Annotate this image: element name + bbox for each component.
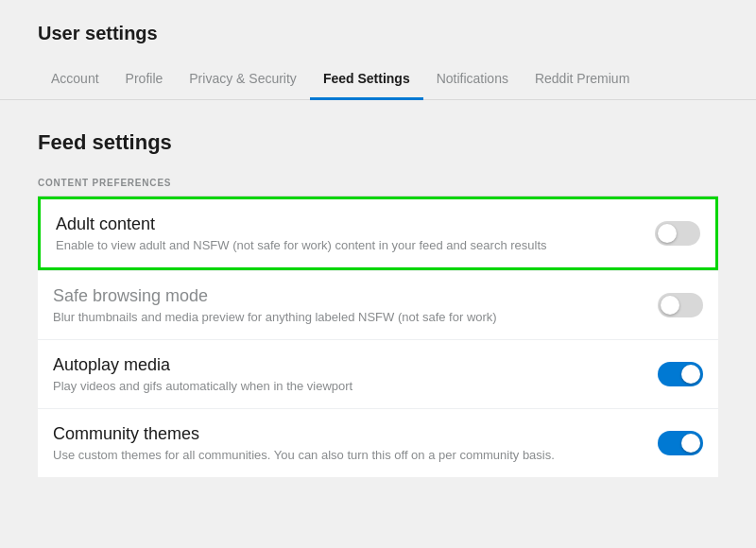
toggle-community-themes[interactable] [658, 431, 703, 455]
item-title-safe-browsing: Safe browsing mode [53, 286, 639, 306]
item-text-autoplay-media: Autoplay mediaPlay videos and gifs autom… [53, 355, 658, 393]
settings-group: Adult contentEnable to view adult and NS… [38, 197, 718, 477]
item-text-safe-browsing: Safe browsing modeBlur thumbnails and me… [53, 286, 658, 324]
toggle-adult-content[interactable] [655, 221, 700, 246]
item-text-community-themes: Community themesUse custom themes for al… [53, 424, 658, 462]
item-desc-safe-browsing: Blur thumbnails and media preview for an… [53, 310, 639, 324]
section-label: CONTENT PREFERENCES [38, 178, 718, 188]
item-desc-autoplay-media: Play videos and gifs automatically when … [53, 379, 639, 393]
setting-item-autoplay-media: Autoplay mediaPlay videos and gifs autom… [38, 339, 718, 408]
toggle-thumb-autoplay-media [681, 365, 700, 384]
page-title-area: User settings [0, 0, 756, 44]
toggle-track-adult-content[interactable] [655, 221, 700, 246]
tab-reddit-premium[interactable]: Reddit Premium [522, 60, 643, 100]
content-area: Feed settings CONTENT PREFERENCES Adult … [0, 100, 756, 530]
item-title-autoplay-media: Autoplay media [53, 355, 639, 375]
item-title-community-themes: Community themes [53, 424, 639, 444]
tab-feed-settings[interactable]: Feed Settings [310, 60, 423, 100]
toggle-safe-browsing[interactable] [658, 293, 703, 317]
item-desc-adult-content: Enable to view adult and NSFW (not safe … [56, 238, 636, 252]
feed-settings-heading: Feed settings [38, 130, 718, 155]
item-title-adult-content: Adult content [56, 214, 636, 234]
item-text-adult-content: Adult contentEnable to view adult and NS… [56, 214, 655, 252]
toggle-thumb-adult-content [658, 224, 677, 243]
toggle-thumb-community-themes [681, 434, 700, 453]
tab-privacy-security[interactable]: Privacy & Security [176, 60, 310, 100]
item-desc-community-themes: Use custom themes for all communities. Y… [53, 448, 639, 462]
page-wrapper: User settings AccountProfilePrivacy & Se… [0, 0, 756, 548]
page-title: User settings [38, 23, 718, 44]
tab-account[interactable]: Account [38, 60, 112, 100]
tabs-nav: AccountProfilePrivacy & SecurityFeed Set… [0, 60, 756, 100]
toggle-track-autoplay-media[interactable] [658, 362, 703, 386]
setting-item-community-themes: Community themesUse custom themes for al… [38, 408, 718, 477]
setting-item-safe-browsing: Safe browsing modeBlur thumbnails and me… [38, 270, 718, 339]
toggle-track-safe-browsing[interactable] [658, 293, 703, 317]
tab-profile[interactable]: Profile [112, 60, 177, 100]
toggle-track-community-themes[interactable] [658, 431, 703, 455]
setting-item-adult-content: Adult contentEnable to view adult and NS… [38, 197, 718, 270]
toggle-thumb-safe-browsing [661, 296, 679, 315]
toggle-autoplay-media[interactable] [658, 362, 703, 386]
tab-notifications[interactable]: Notifications [423, 60, 522, 100]
